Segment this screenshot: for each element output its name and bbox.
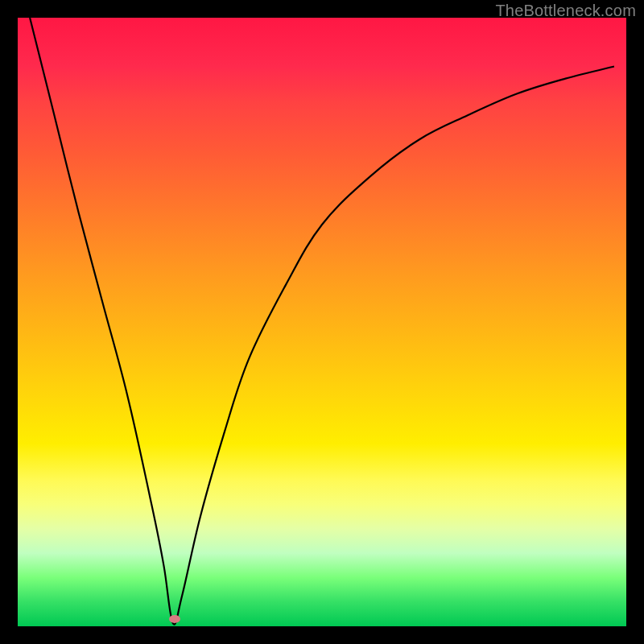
- chart-frame: TheBottleneck.com: [0, 0, 644, 644]
- optimal-point-marker: [169, 615, 180, 623]
- watermark-text: TheBottleneck.com: [495, 2, 636, 20]
- plot-area: [18, 18, 626, 626]
- bottleneck-curve: [18, 18, 626, 626]
